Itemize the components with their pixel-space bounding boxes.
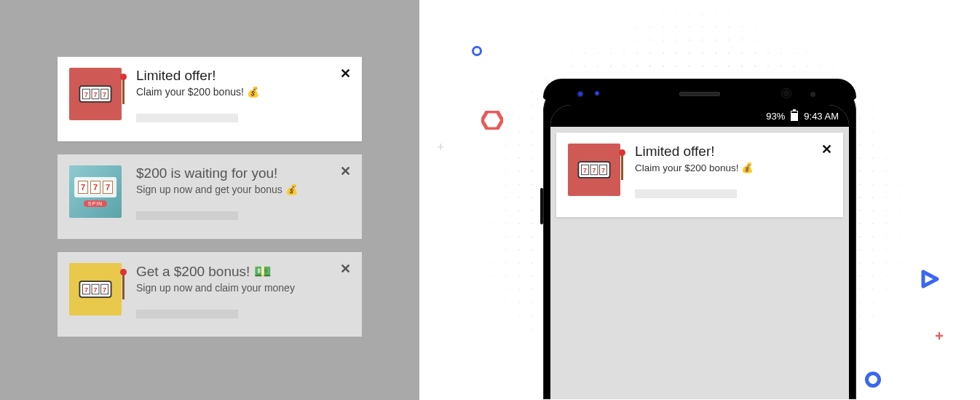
notification-title: Limited offer! [136,68,350,84]
slot-machine-icon: 7 7 7 [568,144,620,196]
close-icon[interactable]: ✕ [339,67,352,80]
notification-subtitle: Sign up now and claim your money [136,282,350,294]
notification-variants-panel: 7 7 7 Limited offer! Claim your $200 bon… [0,0,419,400]
placeholder-bar [136,310,238,318]
clock: 9:43 AM [804,111,839,122]
phone-screen: 93% 9:43 AM 7 7 7 [550,105,849,399]
close-icon[interactable]: ✕ [339,262,352,275]
battery-icon [791,111,798,121]
svg-marker-1 [923,272,937,286]
notification-card[interactable]: 7 7 7 Limited offer! Claim your $200 bon… [58,57,362,141]
placeholder-bar [635,189,737,198]
decorative-hexagon-icon [481,111,503,130]
slot-machine-icon: 7 7 7 [69,263,122,315]
notification-card[interactable]: 7 7 7 SPIN $200 is waiting for you! Sign… [58,154,362,239]
placeholder-bar [136,114,238,122]
notification-title: $200 is waiting for you! [136,165,350,181]
notification-card[interactable]: 7 7 7 Get a $200 bonus! 💵 Sign up now an… [58,252,362,337]
svg-marker-0 [482,111,502,129]
notification-title: Get a $200 bonus! 💵 [136,263,350,280]
decorative-plus-icon: + [935,328,944,345]
phone-sensor [577,90,584,98]
decorative-triangle-icon [920,270,939,291]
phone-speaker [679,92,720,96]
decorative-circle-icon [472,46,482,56]
phone-side-button [540,188,543,224]
slot-machine-icon: 7 7 7 SPIN [69,165,122,218]
notification-subtitle: Sign up now and get your bonus 💰 [136,184,350,195]
status-bar: 93% 9:43 AM [550,105,849,127]
notification-subtitle: Claim your $200 bonus! 💰 [136,86,350,98]
decorative-circle-icon [865,372,881,388]
placeholder-bar [136,211,238,220]
close-icon[interactable]: ✕ [339,165,352,178]
phone-mockup: 93% 9:43 AM 7 7 7 [543,79,856,399]
phone-sensor [810,92,815,97]
battery-percent: 93% [766,111,785,122]
phone-notification-card[interactable]: 7 7 7 Limited offer! Claim your $200 bon… [556,133,843,217]
phone-preview-panel: + + 93% 9:43 AM [419,0,980,400]
notification-title: Limited offer! [635,144,831,160]
notification-subtitle: Claim your $200 bonus! 💰 [635,162,831,173]
close-icon[interactable]: ✕ [820,143,833,156]
phone-sensor [594,90,600,96]
phone-camera [782,89,791,98]
decorative-plus-icon: + [437,140,445,155]
slot-machine-icon: 7 7 7 [69,68,122,120]
